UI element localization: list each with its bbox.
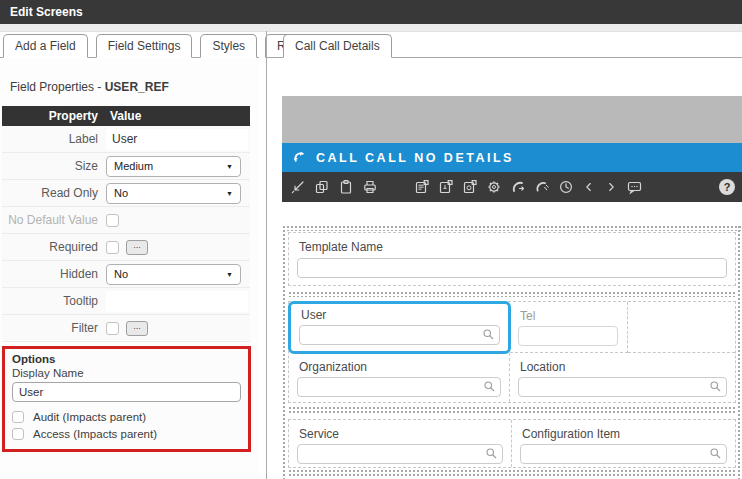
drop-zone [288,469,736,476]
user-field-label: User [291,304,508,322]
service-search-input[interactable] [297,444,503,464]
no-default-value-checkbox[interactable] [106,214,119,227]
search-icon [709,447,722,460]
form-settings-icon[interactable] [462,179,478,195]
chevron-right-icon[interactable] [604,179,618,195]
hidden-select[interactable]: No ▼ [106,264,241,285]
field-name: USER_REF [105,80,169,94]
copy-icon[interactable] [314,179,330,195]
filter-checkbox[interactable] [106,322,119,335]
right-tabstrip: Call Call Details [267,32,742,58]
preview-header-band [282,96,742,143]
template-name-label: Template Name [289,233,735,254]
form-save-icon[interactable] [414,179,430,195]
window-titlebar: Edit Screens [0,0,742,24]
call-ring-icon[interactable] [534,179,550,195]
row-label-hidden: Hidden [2,267,104,281]
chevron-left-icon[interactable] [582,179,596,195]
hidden-select-value: No [114,268,128,280]
tab-call-call-details[interactable]: Call Call Details [283,34,392,58]
print-icon[interactable] [362,179,378,195]
field-group-user: User Tel Organization [288,301,736,403]
call-forward-icon[interactable] [510,179,526,195]
row-label-filter: Filter [2,321,104,335]
help-button[interactable]: ? [719,179,735,195]
drop-zone [288,406,736,413]
organization-search-input[interactable] [297,377,501,397]
configuration-item-search-input[interactable] [520,444,727,464]
field-properties-prefix: Field Properties - [10,80,105,94]
paste-icon[interactable] [338,179,354,195]
chevron-down-icon: ▼ [226,163,233,170]
search-icon [709,380,722,393]
tab-add-a-field[interactable]: Add a Field [3,34,88,58]
drop-zone [282,225,742,231]
tel-input[interactable] [518,326,618,346]
row-label-required: Required [2,240,104,254]
row-label-label: Label [2,132,104,146]
filter-ellipsis-button[interactable]: ... [126,321,148,336]
row-label-no-default-value: No Default Value [2,213,104,227]
service-field-label: Service [289,420,511,441]
user-search-input[interactable] [299,325,500,345]
row-label-size: Size [2,159,104,173]
form-field-icon[interactable] [438,179,454,195]
location-search-input[interactable] [518,377,727,397]
drop-zone [282,225,287,479]
field-cell-location[interactable]: Location [510,353,735,402]
access-checkbox[interactable] [12,428,24,440]
table-row: Filter ... [2,315,250,342]
panel-divider [266,31,267,479]
record-toolbar: ? [282,172,742,202]
left-tabstrip: Add a Field Field Settings Styles Rules [0,32,259,58]
pin-icon[interactable] [290,179,306,195]
required-ellipsis-button[interactable]: ... [126,240,148,255]
table-row: No Default Value [2,207,250,234]
field-group-service: Service Configuration Item [288,419,736,468]
field-cell-tel[interactable]: Tel [510,302,628,353]
table-row: Tooltip [2,288,250,315]
audit-checkbox-label: Audit (Impacts parent) [33,411,146,423]
empty-cell [628,302,735,353]
template-name-input[interactable] [297,258,727,278]
audit-option-row: Audit (Impacts parent) [12,411,241,423]
read-only-select-value: No [114,187,128,199]
tooltip-value[interactable] [106,291,248,312]
field-cell-configuration-item[interactable]: Configuration Item [512,420,735,467]
required-checkbox[interactable] [106,241,119,254]
value-column-header: Value [104,109,250,123]
read-only-select[interactable]: No ▼ [106,183,241,204]
access-checkbox-label: Access (Impacts parent) [33,428,157,440]
page-title: Edit Screens [10,5,83,19]
tab-styles[interactable]: Styles [200,34,257,58]
field-settings-panel: Field Properties - USER_REF Property Val… [0,58,259,479]
history-icon[interactable] [558,179,574,195]
chevron-down-icon: ▼ [226,190,233,197]
property-table-header: Property Value [2,106,250,126]
tab-field-settings[interactable]: Field Settings [96,34,193,58]
display-name-input[interactable] [12,382,241,402]
field-cell-service[interactable]: Service [289,420,512,467]
label-value[interactable]: User [106,129,248,150]
search-icon [483,380,496,393]
table-row: Required ... [2,234,250,261]
chevron-down-icon: ▼ [226,271,233,278]
size-select-value: Medium [114,160,153,172]
table-row: Read Only No ▼ [2,180,250,207]
table-row: Hidden No ▼ [2,261,250,288]
options-title: Options [12,353,241,365]
access-option-row: Access (Impacts parent) [12,428,241,440]
drop-zone [737,225,742,479]
options-highlight-box: Options Display Name Audit (Impacts pare… [2,346,251,452]
audit-checkbox[interactable] [12,411,24,423]
organization-field-label: Organization [289,353,509,374]
configuration-item-field-label: Configuration Item [512,420,735,441]
chat-icon[interactable] [626,179,643,195]
edit-screens-window: Edit Screens Add a Field Field Settings … [0,0,742,479]
property-column-header: Property [2,109,104,123]
field-cell-organization[interactable]: Organization [289,353,510,402]
gear-icon[interactable] [486,179,502,195]
template-name-section[interactable]: Template Name [288,232,736,286]
size-select[interactable]: Medium ▼ [106,156,241,177]
field-cell-user[interactable]: User [288,301,511,354]
